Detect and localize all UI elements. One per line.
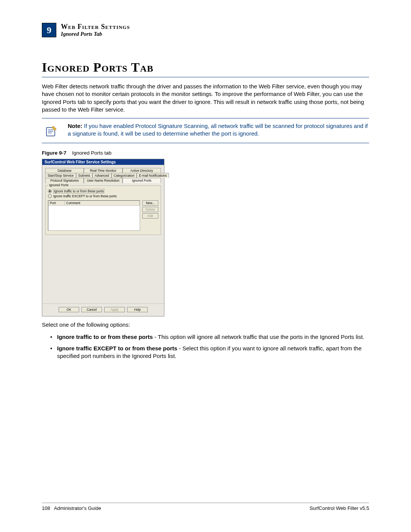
page-header: 9 Web Filter Settings Ignored Ports Tab <box>42 23 369 37</box>
tab-categorization[interactable]: Categorization <box>112 173 137 178</box>
settings-dialog: SurfControl Web Filter Service Settings … <box>42 159 164 316</box>
note-rule-top <box>42 118 369 118</box>
note-label: Note: <box>68 123 82 129</box>
help-button[interactable]: Help <box>127 307 148 312</box>
figure-label: Figure 9-7 Ignored Ports tab <box>42 150 369 156</box>
section-heading: Ignored Ports Tab <box>42 60 369 75</box>
tab-user-name-resolution[interactable]: User Name Resolution <box>84 178 122 183</box>
apply-button[interactable]: Apply <box>104 307 125 312</box>
list-item: Ignore traffic EXCEPT to or from these p… <box>50 345 369 360</box>
radio-ignore-these[interactable]: Ignore traffic to or from these ports <box>48 189 158 193</box>
chapter-number-badge: 9 <box>42 23 56 37</box>
option-2-bold: Ignore traffic EXCEPT to or from these p… <box>57 345 177 351</box>
dialog-tabs: Database Real-Time Monitor Active Direct… <box>45 168 161 183</box>
figure-caption: Ignored Ports tab <box>72 150 112 156</box>
tab-realtime-monitor[interactable]: Real-Time Monitor <box>84 168 122 173</box>
tab-protocol-signatures[interactable]: Protocol Signatures <box>45 178 84 183</box>
tab-ignored-ports[interactable]: Ignored Ports <box>123 178 161 183</box>
note-rule-bottom <box>42 143 369 143</box>
ports-listview[interactable]: Port Comment <box>48 200 140 231</box>
edit-button[interactable]: Edit <box>142 213 158 219</box>
tab-subnets[interactable]: Subnets <box>76 173 92 178</box>
option-1-bold: Ignore traffic to or from these ports <box>57 334 153 340</box>
chapter-subtitle: Ignored Ports Tab <box>61 31 130 37</box>
options-intro: Select one of the following options: <box>42 321 369 329</box>
radio-icon <box>48 194 52 198</box>
footer-left-text: Administrator's Guide <box>54 505 101 511</box>
tab-email-notifications[interactable]: E-mail Notifications <box>137 173 169 178</box>
col-comment[interactable]: Comment <box>65 201 140 205</box>
tab-database[interactable]: Database <box>45 168 84 173</box>
section-rule <box>42 77 369 77</box>
footer-right-text: SurfControl Web Filter v5.5 <box>309 505 369 511</box>
tab-active-directory[interactable]: Active Directory <box>123 168 161 173</box>
radio-icon <box>48 189 52 193</box>
group-legend: Ignored Ports <box>48 183 70 187</box>
chapter-title: Web Filter Settings <box>61 23 130 31</box>
note-block: Note: If you have enabled Protocol Signa… <box>42 122 369 139</box>
tab-start-stop[interactable]: Start/Stop Service <box>45 173 76 178</box>
intro-paragraph: Web Filter detects network traffic throu… <box>42 83 369 113</box>
col-port[interactable]: Port <box>48 201 65 205</box>
ok-button[interactable]: OK <box>59 307 79 312</box>
new-button[interactable]: New... <box>142 200 158 206</box>
page-number: 108 <box>42 505 50 511</box>
note-icon <box>43 124 59 139</box>
dialog-titlebar: SurfControl Web Filter Service Settings <box>42 159 164 165</box>
radio-label-2: Ignore traffic EXCEPT to or from these p… <box>53 194 116 198</box>
radio-ignore-except[interactable]: Ignore traffic EXCEPT to or from these p… <box>48 194 158 198</box>
ignored-ports-group: Ignored Ports Ignore traffic to or from … <box>45 185 161 235</box>
list-item: Ignore traffic to or from these ports - … <box>50 333 369 341</box>
delete-button[interactable]: Delete <box>142 207 158 212</box>
option-1-text: - This option will ignore all network tr… <box>153 334 365 340</box>
radio-label-1: Ignore traffic to or from these ports <box>53 189 104 193</box>
options-list: Ignore traffic to or from these ports - … <box>50 333 369 360</box>
tab-advanced[interactable]: Advanced <box>92 173 112 178</box>
cancel-button[interactable]: Cancel <box>81 307 102 312</box>
figure-number: Figure 9-7 <box>42 150 67 156</box>
page-footer: 108 Administrator's Guide SurfControl We… <box>42 503 369 511</box>
note-text: If you have enabled Protocol Signature S… <box>68 123 368 137</box>
